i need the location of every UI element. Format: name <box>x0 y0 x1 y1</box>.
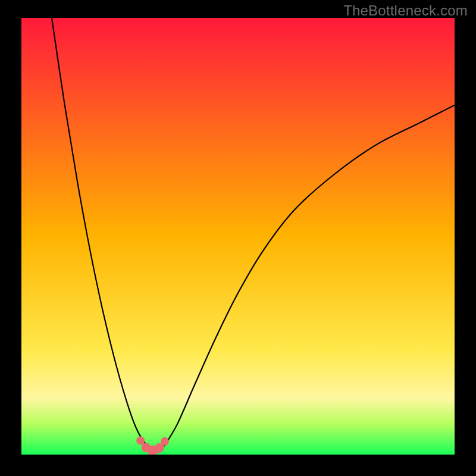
plot-area <box>21 18 455 455</box>
marker-dot <box>136 437 145 445</box>
gradient-bg <box>21 18 455 455</box>
chart-svg <box>21 18 455 455</box>
marker-dot <box>161 437 169 446</box>
watermark-text: TheBottleneck.com <box>343 2 468 19</box>
chart-frame: TheBottleneck.com <box>0 0 476 476</box>
